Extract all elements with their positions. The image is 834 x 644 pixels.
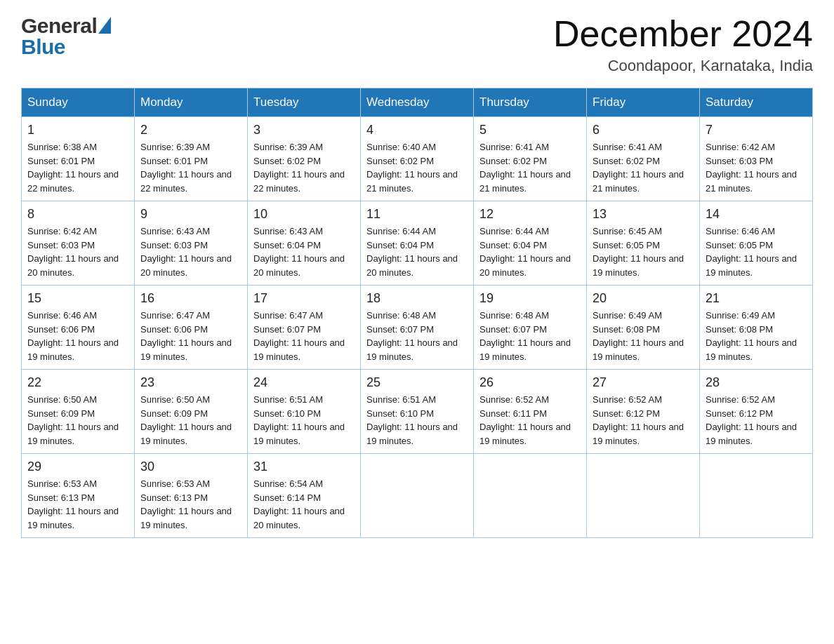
day-cell: 3 Sunrise: 6:39 AMSunset: 6:02 PMDayligh… xyxy=(248,117,361,201)
logo: General Blue xyxy=(21,14,111,59)
day-number: 26 xyxy=(479,375,581,390)
day-cell: 28 Sunrise: 6:52 AMSunset: 6:12 PMDaylig… xyxy=(700,370,813,454)
day-cell xyxy=(700,454,813,538)
day-info: Sunrise: 6:46 AMSunset: 6:06 PMDaylight:… xyxy=(27,310,119,362)
day-cell: 18 Sunrise: 6:48 AMSunset: 6:07 PMDaylig… xyxy=(361,286,474,370)
day-cell: 19 Sunrise: 6:48 AMSunset: 6:07 PMDaylig… xyxy=(474,286,587,370)
title-area: December 2024 Coondapoor, Karnataka, Ind… xyxy=(553,14,813,75)
day-info: Sunrise: 6:46 AMSunset: 6:05 PMDaylight:… xyxy=(706,226,797,278)
day-cell xyxy=(361,454,474,538)
page-header: General Blue December 2024 Coondapoor, K… xyxy=(21,14,813,75)
day-number: 31 xyxy=(253,459,355,474)
day-number: 21 xyxy=(706,291,807,306)
day-number: 11 xyxy=(366,207,468,222)
day-cell: 6 Sunrise: 6:41 AMSunset: 6:02 PMDayligh… xyxy=(587,117,700,201)
day-info: Sunrise: 6:38 AMSunset: 6:01 PMDaylight:… xyxy=(27,142,119,194)
day-cell xyxy=(587,454,700,538)
day-info: Sunrise: 6:53 AMSunset: 6:13 PMDaylight:… xyxy=(140,478,232,530)
day-info: Sunrise: 6:40 AMSunset: 6:02 PMDaylight:… xyxy=(366,142,458,194)
day-cell: 9 Sunrise: 6:43 AMSunset: 6:03 PMDayligh… xyxy=(135,201,248,286)
day-cell: 17 Sunrise: 6:47 AMSunset: 6:07 PMDaylig… xyxy=(248,286,361,370)
day-number: 15 xyxy=(27,291,128,306)
day-info: Sunrise: 6:41 AMSunset: 6:02 PMDaylight:… xyxy=(593,142,684,194)
day-number: 30 xyxy=(140,459,241,474)
day-info: Sunrise: 6:42 AMSunset: 6:03 PMDaylight:… xyxy=(706,142,797,194)
day-cell: 8 Sunrise: 6:42 AMSunset: 6:03 PMDayligh… xyxy=(22,201,135,286)
day-cell: 31 Sunrise: 6:54 AMSunset: 6:14 PMDaylig… xyxy=(248,454,361,538)
day-number: 24 xyxy=(253,375,355,390)
day-cell: 15 Sunrise: 6:46 AMSunset: 6:06 PMDaylig… xyxy=(22,286,135,370)
day-number: 22 xyxy=(27,375,128,390)
logo-arrow-icon xyxy=(98,17,111,34)
day-info: Sunrise: 6:54 AMSunset: 6:14 PMDaylight:… xyxy=(253,478,345,530)
day-info: Sunrise: 6:39 AMSunset: 6:02 PMDaylight:… xyxy=(253,142,345,194)
col-sunday: Sunday xyxy=(22,88,135,117)
day-cell: 23 Sunrise: 6:50 AMSunset: 6:09 PMDaylig… xyxy=(135,370,248,454)
day-number: 10 xyxy=(253,207,355,222)
day-info: Sunrise: 6:43 AMSunset: 6:03 PMDaylight:… xyxy=(140,226,232,278)
day-cell: 25 Sunrise: 6:51 AMSunset: 6:10 PMDaylig… xyxy=(361,370,474,454)
col-saturday: Saturday xyxy=(700,88,813,117)
day-number: 3 xyxy=(253,123,355,137)
day-info: Sunrise: 6:41 AMSunset: 6:02 PMDaylight:… xyxy=(479,142,571,194)
day-number: 29 xyxy=(27,459,128,474)
day-number: 13 xyxy=(593,207,694,222)
col-wednesday: Wednesday xyxy=(361,88,474,117)
day-info: Sunrise: 6:44 AMSunset: 6:04 PMDaylight:… xyxy=(479,226,571,278)
day-number: 7 xyxy=(706,123,807,137)
day-cell: 12 Sunrise: 6:44 AMSunset: 6:04 PMDaylig… xyxy=(474,201,587,286)
day-info: Sunrise: 6:42 AMSunset: 6:03 PMDaylight:… xyxy=(27,226,119,278)
day-info: Sunrise: 6:51 AMSunset: 6:10 PMDaylight:… xyxy=(366,394,458,446)
day-number: 2 xyxy=(140,123,241,137)
day-cell: 21 Sunrise: 6:49 AMSunset: 6:08 PMDaylig… xyxy=(700,286,813,370)
day-info: Sunrise: 6:50 AMSunset: 6:09 PMDaylight:… xyxy=(140,394,232,446)
col-thursday: Thursday xyxy=(474,88,587,117)
day-cell: 10 Sunrise: 6:43 AMSunset: 6:04 PMDaylig… xyxy=(248,201,361,286)
col-friday: Friday xyxy=(587,88,700,117)
day-cell: 24 Sunrise: 6:51 AMSunset: 6:10 PMDaylig… xyxy=(248,370,361,454)
day-info: Sunrise: 6:51 AMSunset: 6:10 PMDaylight:… xyxy=(253,394,345,446)
week-row-1: 1 Sunrise: 6:38 AMSunset: 6:01 PMDayligh… xyxy=(22,117,813,201)
location-text: Coondapoor, Karnataka, India xyxy=(553,57,813,75)
day-info: Sunrise: 6:47 AMSunset: 6:07 PMDaylight:… xyxy=(253,310,345,362)
day-info: Sunrise: 6:48 AMSunset: 6:07 PMDaylight:… xyxy=(479,310,571,362)
day-number: 20 xyxy=(593,291,694,306)
day-cell: 1 Sunrise: 6:38 AMSunset: 6:01 PMDayligh… xyxy=(22,117,135,201)
day-cell: 4 Sunrise: 6:40 AMSunset: 6:02 PMDayligh… xyxy=(361,117,474,201)
logo-blue-text: Blue xyxy=(21,35,65,59)
month-title: December 2024 xyxy=(553,14,813,54)
day-info: Sunrise: 6:50 AMSunset: 6:09 PMDaylight:… xyxy=(27,394,119,446)
day-info: Sunrise: 6:45 AMSunset: 6:05 PMDaylight:… xyxy=(593,226,684,278)
day-cell: 5 Sunrise: 6:41 AMSunset: 6:02 PMDayligh… xyxy=(474,117,587,201)
day-number: 27 xyxy=(593,375,694,390)
day-info: Sunrise: 6:49 AMSunset: 6:08 PMDaylight:… xyxy=(706,310,797,362)
day-cell: 26 Sunrise: 6:52 AMSunset: 6:11 PMDaylig… xyxy=(474,370,587,454)
col-tuesday: Tuesday xyxy=(248,88,361,117)
day-info: Sunrise: 6:43 AMSunset: 6:04 PMDaylight:… xyxy=(253,226,345,278)
calendar-table: Sunday Monday Tuesday Wednesday Thursday… xyxy=(21,88,813,538)
day-cell: 16 Sunrise: 6:47 AMSunset: 6:06 PMDaylig… xyxy=(135,286,248,370)
day-cell: 11 Sunrise: 6:44 AMSunset: 6:04 PMDaylig… xyxy=(361,201,474,286)
day-number: 25 xyxy=(366,375,468,390)
day-number: 6 xyxy=(593,123,694,137)
day-number: 1 xyxy=(27,123,128,137)
day-number: 28 xyxy=(706,375,807,390)
week-row-2: 8 Sunrise: 6:42 AMSunset: 6:03 PMDayligh… xyxy=(22,201,813,286)
day-number: 4 xyxy=(366,123,468,137)
day-info: Sunrise: 6:47 AMSunset: 6:06 PMDaylight:… xyxy=(140,310,232,362)
day-number: 16 xyxy=(140,291,241,306)
day-cell: 13 Sunrise: 6:45 AMSunset: 6:05 PMDaylig… xyxy=(587,201,700,286)
day-cell: 29 Sunrise: 6:53 AMSunset: 6:13 PMDaylig… xyxy=(22,454,135,538)
week-row-3: 15 Sunrise: 6:46 AMSunset: 6:06 PMDaylig… xyxy=(22,286,813,370)
day-cell: 22 Sunrise: 6:50 AMSunset: 6:09 PMDaylig… xyxy=(22,370,135,454)
day-cell xyxy=(474,454,587,538)
day-info: Sunrise: 6:52 AMSunset: 6:12 PMDaylight:… xyxy=(706,394,797,446)
day-number: 18 xyxy=(366,291,468,306)
day-cell: 2 Sunrise: 6:39 AMSunset: 6:01 PMDayligh… xyxy=(135,117,248,201)
day-cell: 20 Sunrise: 6:49 AMSunset: 6:08 PMDaylig… xyxy=(587,286,700,370)
day-number: 14 xyxy=(706,207,807,222)
day-info: Sunrise: 6:49 AMSunset: 6:08 PMDaylight:… xyxy=(593,310,684,362)
day-cell: 14 Sunrise: 6:46 AMSunset: 6:05 PMDaylig… xyxy=(700,201,813,286)
day-info: Sunrise: 6:44 AMSunset: 6:04 PMDaylight:… xyxy=(366,226,458,278)
day-info: Sunrise: 6:39 AMSunset: 6:01 PMDaylight:… xyxy=(140,142,232,194)
